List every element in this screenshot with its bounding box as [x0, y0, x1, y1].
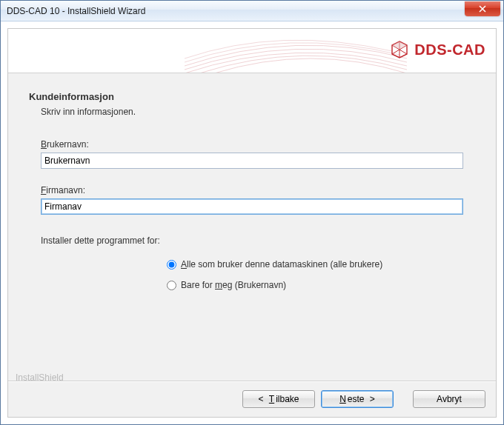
- brand-name: DDS-CAD: [414, 41, 485, 58]
- back-button[interactable]: < Tilbake: [242, 390, 315, 408]
- banner-pattern: [185, 29, 407, 73]
- company-input[interactable]: [41, 198, 463, 215]
- page-heading: Kundeinformasjon: [29, 91, 475, 102]
- username-input[interactable]: [41, 153, 463, 169]
- inner-frame: DDS-CAD Kundeinformasjon Skriv inn infor…: [7, 28, 497, 418]
- radio-all-users-label: Alle som bruker denne datamaskinen (alle…: [181, 259, 382, 270]
- radio-all-users[interactable]: Alle som bruker denne datamaskinen (alle…: [167, 259, 475, 270]
- page-subtext: Skriv inn informasjonen.: [41, 107, 475, 117]
- next-button[interactable]: Neste >: [321, 390, 394, 408]
- install-for-radio-group: Alle som bruker denne datamaskinen (alle…: [167, 259, 475, 290]
- close-button[interactable]: [465, 1, 500, 16]
- installer-window: DDS-CAD 10 - InstallShield Wizard: [0, 0, 504, 425]
- cancel-button[interactable]: Avbryt: [413, 390, 485, 408]
- content-area: Kundeinformasjon Skriv inn informasjonen…: [8, 73, 496, 381]
- company-label: Firmanavn:: [41, 185, 475, 195]
- close-icon: [479, 5, 486, 13]
- radio-only-me-label: Bare for meg (Brukernavn): [181, 280, 286, 290]
- radio-only-me-input[interactable]: [167, 281, 176, 290]
- banner: DDS-CAD: [8, 29, 496, 73]
- outer-padding: DDS-CAD Kundeinformasjon Skriv inn infor…: [1, 21, 503, 424]
- button-row: < Tilbake Neste > Avbryt: [8, 381, 496, 417]
- radio-only-me[interactable]: Bare for meg (Brukernavn): [167, 280, 475, 290]
- window-title: DDS-CAD 10 - InstallShield Wizard: [7, 6, 465, 16]
- brand: DDS-CAD: [389, 39, 485, 60]
- radio-all-users-input[interactable]: [167, 260, 176, 270]
- brand-logo-icon: [389, 39, 410, 60]
- footer-brand: InstallShield: [16, 372, 64, 383]
- username-label: Brukernavn:: [41, 139, 475, 150]
- install-for-label: Installer dette programmet for:: [41, 235, 475, 246]
- titlebar: DDS-CAD 10 - InstallShield Wizard: [1, 1, 503, 21]
